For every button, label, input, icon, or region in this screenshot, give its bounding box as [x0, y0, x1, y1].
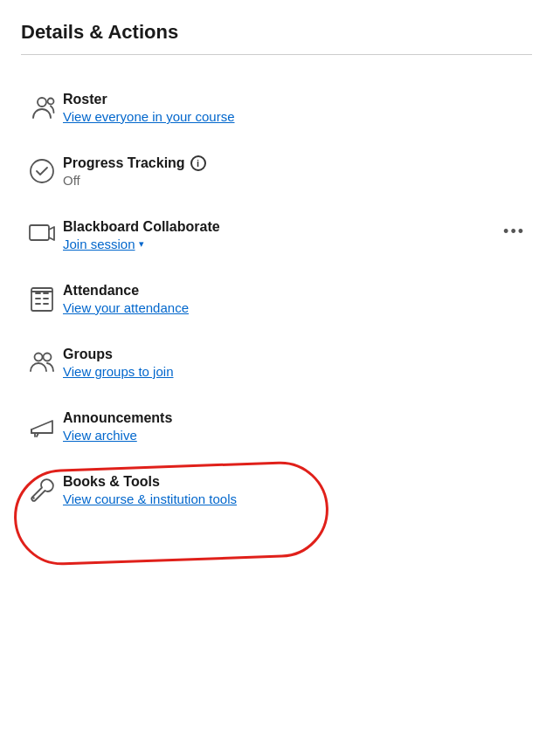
groups-title: Groups — [63, 347, 532, 362]
books-tools-content: Books & Tools View course & institution … — [63, 474, 532, 506]
roster-item: Roster View everyone in your course — [21, 76, 532, 140]
roster-title: Roster — [63, 92, 532, 107]
progress-tracking-content: Progress Tracking i Off — [63, 155, 532, 188]
roster-icon — [21, 93, 63, 121]
books-tools-item: Books & Tools View course & institution … — [21, 458, 532, 522]
collaborate-icon — [21, 221, 63, 249]
groups-content: Groups View groups to join — [63, 347, 532, 379]
collaborate-link[interactable]: Join session — [63, 237, 135, 251]
books-tools-title: Books & Tools — [63, 474, 532, 490]
collaborate-dropdown-arrow[interactable]: ▾ — [139, 238, 144, 250]
groups-icon — [21, 348, 63, 376]
roster-content: Roster View everyone in your course — [63, 92, 532, 124]
svg-point-13 — [44, 354, 52, 361]
svg-point-12 — [35, 354, 43, 361]
progress-tracking-status: Off — [63, 173, 532, 188]
attendance-content: Attendance View your attendance — [63, 283, 532, 315]
attendance-item: Attendance View your attendance — [21, 267, 532, 331]
attendance-icon — [21, 285, 63, 313]
announcements-item: Announcements View archive — [21, 395, 532, 458]
groups-item: Groups View groups to join — [21, 331, 532, 395]
roster-link[interactable]: View everyone in your course — [63, 109, 532, 124]
collaborate-more-button[interactable]: ••• — [503, 223, 525, 241]
attendance-link[interactable]: View your attendance — [63, 300, 532, 315]
details-actions-list: Roster View everyone in your course Prog… — [21, 76, 532, 522]
collaborate-content: Blackboard Collaborate Join session ▾ — [63, 219, 532, 251]
announcements-title: Announcements — [63, 410, 532, 426]
attendance-title: Attendance — [63, 283, 532, 299]
books-tools-icon — [21, 476, 63, 504]
svg-point-0 — [38, 98, 46, 107]
svg-point-2 — [31, 160, 53, 182]
announcements-icon — [21, 412, 63, 440]
progress-tracking-item: Progress Tracking i Off — [21, 140, 532, 203]
collaborate-title: Blackboard Collaborate — [63, 219, 532, 235]
svg-point-1 — [48, 99, 54, 105]
announcements-content: Announcements View archive — [63, 410, 532, 443]
progress-tracking-title: Progress Tracking i — [63, 155, 532, 171]
svg-rect-3 — [30, 225, 49, 240]
progress-icon — [21, 157, 63, 185]
progress-info-icon[interactable]: i — [190, 155, 206, 171]
blackboard-collaborate-item: Blackboard Collaborate Join session ▾ ••… — [21, 203, 532, 267]
page-title: Details & Actions — [21, 21, 532, 44]
books-tools-link[interactable]: View course & institution tools — [63, 491, 532, 506]
svg-point-16 — [32, 497, 34, 498]
announcements-link[interactable]: View archive — [63, 428, 532, 443]
divider — [21, 54, 532, 55]
groups-link[interactable]: View groups to join — [63, 364, 532, 379]
